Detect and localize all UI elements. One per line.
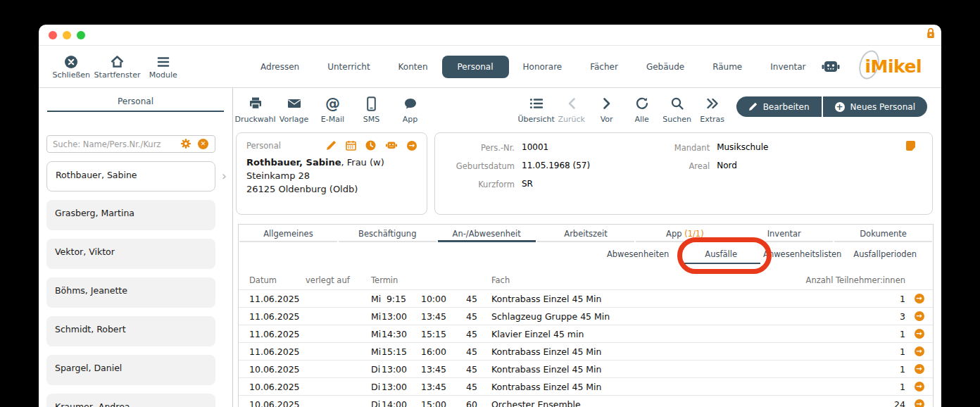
cell-dauer: 45	[446, 329, 477, 339]
vorlage-button[interactable]: Vorlage	[275, 94, 313, 124]
table-row[interactable]: 10.06.2025Di13:0013:4545Kontrabass Einze…	[239, 377, 933, 395]
extras-button[interactable]: Extras	[695, 94, 730, 124]
subtab-anwesenheitslisten[interactable]: Anwesenheitslisten	[763, 249, 841, 263]
open-row-icon[interactable]: →	[915, 364, 924, 374]
table-row[interactable]: 11.06.2025Mi9:1510:0045Kontrabass Einzel…	[239, 289, 933, 307]
cell-anzahl: 24	[856, 399, 905, 407]
clock-icon[interactable]	[365, 140, 376, 151]
tab-dokumente[interactable]: Dokumente	[834, 225, 932, 242]
table-row[interactable]: 11.06.2025Mi14:3015:1545Klavier Einzel 4…	[239, 325, 933, 342]
tab-beschaeftigung[interactable]: Beschäftigung	[339, 225, 436, 242]
cell-anzahl: 1	[856, 294, 905, 304]
cell-von: 14:00	[382, 399, 406, 407]
open-row-icon[interactable]: →	[915, 329, 924, 339]
bearbeiten-button[interactable]: Bearbeiten	[736, 96, 822, 117]
close-module-button[interactable]: Schließen	[49, 54, 94, 80]
search-box: ✕	[46, 135, 215, 153]
subtab-abwesenheiten[interactable]: Abwesenheiten	[607, 249, 669, 263]
note-icon[interactable]	[906, 141, 915, 151]
col-anzahl: Anzahl Teilnehmer:innen	[750, 275, 905, 285]
table-row[interactable]: 11.06.2025Mi15:1516:0045Kontrabass Einze…	[239, 342, 933, 360]
open-row-icon[interactable]: →	[915, 382, 924, 392]
cell-bis: 15:15	[406, 329, 446, 339]
vor-button[interactable]: Vor	[589, 94, 624, 124]
open-row-icon[interactable]: →	[915, 311, 924, 321]
field-label: Mandant	[590, 142, 717, 153]
druckwahl-button[interactable]: Druckwahl	[236, 94, 275, 124]
person-name: Grasberg, Martina	[55, 208, 134, 218]
zoom-window-button[interactable]	[77, 31, 85, 39]
open-record-icon[interactable]: →	[407, 141, 417, 151]
list-item-selected[interactable]: Rothbauer, Sabine ›	[46, 161, 215, 192]
robot-icon[interactable]	[385, 140, 398, 151]
table-row[interactable]: 10.06.2025Di14:0015:0060Orchester Ensemb…	[239, 395, 933, 407]
open-row-icon[interactable]: →	[915, 346, 924, 356]
list-item[interactable]: Grasberg, Martina	[46, 200, 215, 230]
app-button[interactable]: App	[391, 94, 429, 124]
neues-personal-button[interactable]: + Neues Personal	[823, 96, 927, 117]
tab-an-abwesenheit[interactable]: An-/Abwesenheit	[438, 225, 536, 242]
open-row-icon[interactable]: →	[915, 294, 924, 303]
list-item[interactable]: Böhms, Jeanette	[46, 277, 215, 308]
email-button[interactable]: @ E-Mail	[313, 94, 352, 124]
tab-allgemeines[interactable]: Allgemeines	[239, 225, 337, 242]
button-label: Bearbeiten	[763, 102, 810, 112]
tab-personal[interactable]: Personal	[442, 56, 509, 78]
list-item[interactable]: Spargel, Daniel	[46, 355, 215, 385]
suchen-button[interactable]: Suchen	[660, 94, 695, 124]
cell-tag: Mi	[367, 311, 382, 322]
table-row[interactable]: 10.06.2025Di13:0013:4545Kontrabass Einze…	[239, 360, 933, 377]
open-row-icon[interactable]: →	[915, 399, 924, 407]
cell-anzahl: 3	[856, 311, 905, 322]
cell-tag: Mi	[367, 346, 382, 357]
cell-tag: Mi	[367, 329, 382, 339]
subtab-ausfallperioden[interactable]: Ausfallperioden	[853, 249, 917, 263]
cell-fach: Kontrabass Einzel 45 Min	[477, 346, 856, 357]
tab-adressen[interactable]: Adressen	[246, 56, 313, 78]
tab-konten[interactable]: Konten	[384, 56, 442, 78]
tab-faecher[interactable]: Fächer	[576, 56, 632, 78]
zurueck-button[interactable]: Zurück	[554, 94, 589, 124]
cell-datum: 10.06.2025	[239, 382, 306, 392]
list-item[interactable]: Schmidt, Robert	[46, 316, 215, 346]
brand-area: iMikel	[820, 55, 926, 78]
menu-icon	[157, 54, 170, 69]
main-area: Druckwahl Vorlage @ E-Mail SMS	[233, 88, 941, 407]
tab-gebaeude[interactable]: Gebäude	[632, 56, 698, 78]
startfenster-button[interactable]: Startfenster	[94, 54, 141, 80]
tab-inventar[interactable]: Inventar	[735, 225, 833, 242]
calendar-icon[interactable]	[346, 140, 356, 151]
close-window-button[interactable]	[49, 31, 57, 39]
subtab-ausfaelle[interactable]: Ausfälle	[681, 249, 760, 264]
tab-app[interactable]: App (1/1)	[636, 225, 734, 242]
tab-inventar[interactable]: Inventar	[756, 56, 819, 78]
pencil-icon[interactable]	[326, 140, 337, 151]
tab-arbeitszeit[interactable]: Arbeitszeit	[537, 225, 635, 242]
uebersicht-button[interactable]: Übersicht	[519, 94, 554, 124]
tab-badge: (1/1)	[684, 229, 703, 239]
alle-button[interactable]: Alle	[624, 94, 660, 124]
cell-dauer: 45	[446, 382, 477, 392]
field-label: Pers.-Nr.	[435, 142, 522, 153]
sms-button[interactable]: SMS	[352, 94, 391, 124]
gear-icon[interactable]	[180, 138, 191, 149]
module-button[interactable]: Module	[140, 54, 186, 80]
speech-bubble-icon	[403, 94, 417, 113]
list-item[interactable]: Vektor, Viktor	[46, 239, 215, 269]
home-icon	[110, 54, 125, 69]
field-value: 11.05.1968 (57)	[522, 161, 590, 171]
tab-raeume[interactable]: Räume	[698, 56, 756, 78]
table-row[interactable]: 11.06.2025Mi13:0013:4545Schlagzeug Grupp…	[239, 307, 933, 325]
double-chevron-icon	[705, 94, 720, 113]
list-item[interactable]: Kraumer, Andrea	[46, 394, 215, 407]
person-card: Personal → Rothbauer, Sabine, Frau (w) S…	[236, 132, 427, 215]
search-icon	[670, 94, 684, 113]
cell-datum: 10.06.2025	[239, 399, 306, 407]
minimize-window-button[interactable]	[63, 31, 71, 39]
clear-search-icon[interactable]: ✕	[198, 139, 208, 149]
field-value: SR	[522, 179, 533, 189]
titlebar	[39, 25, 941, 46]
robot-icon[interactable]	[820, 58, 841, 75]
tab-unterricht[interactable]: Unterricht	[313, 56, 384, 78]
tab-honorare[interactable]: Honorare	[509, 56, 577, 78]
